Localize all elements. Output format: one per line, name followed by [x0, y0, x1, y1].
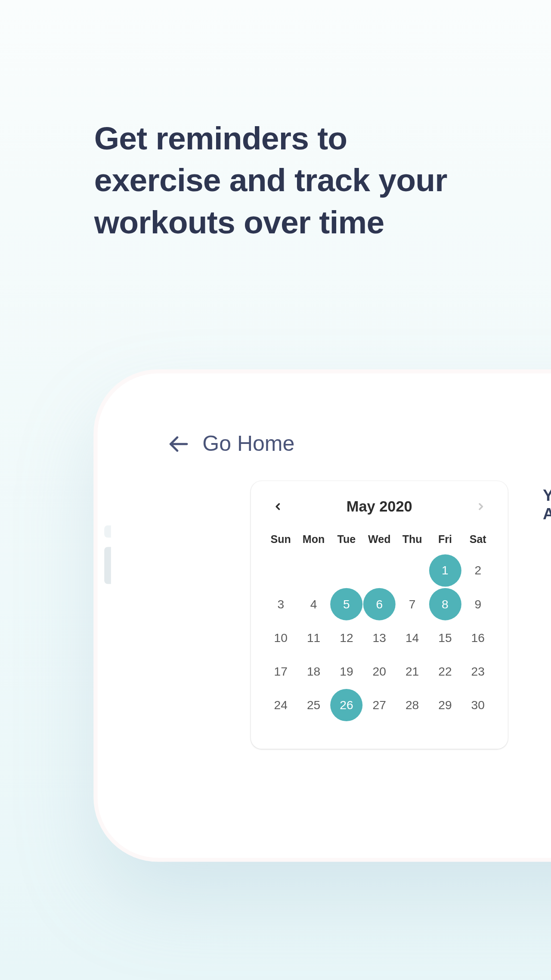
calendar-day[interactable]: 24 [264, 688, 297, 722]
calendar-day-highlight: 5 [330, 588, 362, 620]
phone-screen: Go Home May 2020 SunMon [118, 394, 551, 837]
go-home-button[interactable]: Go Home [166, 431, 294, 456]
calendar-day[interactable]: 6 [363, 587, 396, 621]
calendar-dow-header: Wed [363, 530, 396, 554]
calendar-day-highlight: 1 [429, 555, 461, 587]
calendar-day[interactable]: 11 [297, 621, 330, 654]
calendar-dow-header: Fri [429, 530, 461, 554]
calendar-day[interactable]: 15 [429, 621, 461, 654]
calendar-day-empty [363, 554, 396, 587]
phone-frame: Go Home May 2020 SunMon [98, 373, 551, 858]
calendar-dow-header: Mon [297, 530, 330, 554]
calendar-day[interactable]: 13 [363, 621, 396, 654]
calendar-day-highlight: 8 [429, 588, 461, 620]
calendar-day[interactable]: 21 [396, 654, 428, 688]
calendar-grid: SunMonTueWedThuFriSat1234567891011121314… [264, 530, 494, 722]
calendar-day-empty [396, 554, 428, 587]
calendar-dow-header: Sun [264, 530, 297, 554]
calendar-day-empty [297, 554, 330, 587]
calendar-day[interactable]: 5 [330, 587, 363, 621]
calendar-day[interactable]: 23 [461, 654, 494, 688]
calendar-day[interactable]: 16 [461, 621, 494, 654]
calendar-card: May 2020 SunMonTueWedThuFriSat1234567891… [251, 481, 508, 749]
calendar-header: May 2020 [264, 496, 494, 530]
calendar-day[interactable]: 3 [264, 587, 297, 621]
calendar-day[interactable]: 14 [396, 621, 428, 654]
calendar-dow-header: Tue [330, 530, 363, 554]
calendar-day[interactable]: 12 [330, 621, 363, 654]
calendar-day[interactable]: 19 [330, 654, 363, 688]
calendar-day[interactable]: 18 [297, 654, 330, 688]
calendar-day-empty [264, 554, 297, 587]
calendar-day[interactable]: 7 [396, 587, 428, 621]
calendar-day[interactable]: 2 [461, 554, 494, 587]
page-headline: Get reminders to exercise and track your… [94, 118, 471, 243]
side-panel-text: Y A [543, 486, 551, 523]
calendar-day-highlight: 26 [330, 689, 362, 721]
calendar-day[interactable]: 30 [461, 688, 494, 722]
calendar-title: May 2020 [347, 498, 412, 515]
calendar-day[interactable]: 28 [396, 688, 428, 722]
calendar-day[interactable]: 10 [264, 621, 297, 654]
calendar-next-button[interactable] [470, 496, 492, 518]
calendar-day[interactable]: 29 [429, 688, 461, 722]
calendar-day[interactable]: 17 [264, 654, 297, 688]
calendar-dow-header: Sat [461, 530, 494, 554]
calendar-day[interactable]: 26 [330, 688, 363, 722]
hardware-volume-button [104, 547, 111, 584]
go-home-label: Go Home [202, 431, 294, 456]
calendar-day[interactable]: 1 [429, 554, 461, 587]
calendar-prev-button[interactable] [267, 496, 288, 518]
calendar-dow-header: Thu [396, 530, 428, 554]
calendar-day[interactable]: 27 [363, 688, 396, 722]
calendar-day-empty [330, 554, 363, 587]
hardware-button [104, 525, 111, 537]
calendar-day[interactable]: 25 [297, 688, 330, 722]
calendar-day[interactable]: 20 [363, 654, 396, 688]
calendar-day[interactable]: 4 [297, 587, 330, 621]
arrow-left-icon [166, 431, 190, 456]
calendar-day[interactable]: 22 [429, 654, 461, 688]
calendar-day[interactable]: 9 [461, 587, 494, 621]
calendar-day[interactable]: 8 [429, 587, 461, 621]
side-text-line: A [543, 504, 551, 523]
side-text-line: Y [543, 486, 551, 504]
calendar-day-highlight: 6 [363, 588, 396, 620]
